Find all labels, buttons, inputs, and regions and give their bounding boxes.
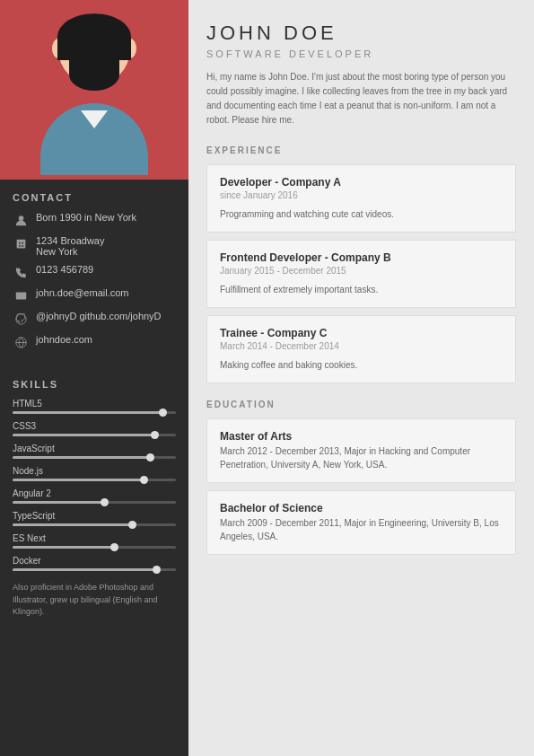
skill-typescript: TypeScript	[13, 511, 176, 526]
svg-rect-3	[22, 242, 23, 243]
building-icon	[13, 235, 29, 251]
collar	[81, 110, 108, 128]
born-text: Born 1990 in New York	[36, 212, 136, 223]
exp-period-2: March 2014 - December 2014	[220, 341, 503, 351]
svg-rect-4	[19, 245, 21, 247]
avatar-section	[0, 0, 188, 180]
skill-bar-docker	[13, 568, 176, 571]
skill-html5: HTML5	[13, 399, 176, 414]
skill-fill-docker	[13, 568, 156, 571]
svg-rect-2	[19, 242, 21, 243]
skill-esnext: ES Next	[13, 533, 176, 549]
edu-desc-1: March 2009 - December 2011, Major in Eng…	[220, 516, 503, 543]
exp-card-0: Developer - Company A since January 2016…	[206, 164, 516, 233]
skill-nodejs: Node.js	[13, 466, 176, 481]
svg-rect-1	[16, 239, 25, 248]
exp-title-2: Trainee - Company C	[220, 327, 503, 339]
sidebar: CONTACT Born 1990 in New York 1234 Broad…	[0, 0, 188, 756]
skill-css3: CSS3	[13, 421, 176, 436]
exp-period-0: since January 2016	[220, 190, 503, 200]
skills-title: SKILLS	[13, 379, 176, 390]
skill-dot-typescript	[128, 521, 136, 529]
person-icon	[13, 212, 29, 228]
beard	[69, 58, 119, 91]
contact-section: CONTACT Born 1990 in New York 1234 Broad…	[0, 180, 188, 366]
exp-card-1: Frontend Developer - Company B January 2…	[206, 240, 516, 308]
skill-label-typescript: TypeScript	[13, 511, 176, 521]
email-icon	[13, 287, 29, 303]
skill-angular: Angular 2	[13, 488, 176, 504]
edu-title-0: Master of Arts	[220, 430, 503, 443]
bio: Hi, my name is John Doe. I'm just about …	[206, 70, 516, 127]
edu-desc-0: March 2012 - December 2013, Major in Hac…	[220, 444, 503, 471]
avatar	[31, 4, 157, 175]
skill-dot-js	[146, 453, 154, 462]
exp-period-1: January 2015 - December 2015	[220, 266, 503, 276]
skill-label-esnext: ES Next	[13, 533, 176, 543]
skill-dot-angular	[101, 498, 109, 506]
skill-dot-css3	[151, 431, 159, 439]
skill-docker: Docker	[13, 556, 176, 571]
github-text: @johnyD github.com/johnyD	[36, 311, 162, 321]
contact-web: johndoe.com	[13, 334, 176, 350]
svg-rect-5	[22, 245, 23, 247]
skill-bar-html5	[13, 411, 176, 414]
skill-fill-html5	[13, 411, 162, 414]
education-section: EDUCATION Master of Arts March 2012 - De…	[206, 400, 516, 555]
exp-title-0: Developer - Company A	[220, 176, 503, 189]
skill-js: JavaScript	[13, 444, 176, 459]
skill-dot-nodejs	[140, 476, 148, 484]
svg-rect-6	[15, 292, 25, 299]
skill-bar-nodejs	[13, 479, 176, 481]
exp-title-1: Frontend Developer - Company B	[220, 251, 503, 264]
web-text: johndoe.com	[36, 334, 92, 345]
exp-desc-1: Fulfillment of extremely important tasks…	[220, 283, 503, 296]
skill-fill-css3	[13, 434, 154, 436]
globe-icon	[13, 334, 29, 350]
skill-label-js: JavaScript	[13, 444, 176, 453]
skill-fill-js	[13, 456, 150, 459]
skill-bar-typescript	[13, 523, 176, 526]
experience-section: EXPERIENCE Developer - Company A since J…	[206, 145, 516, 383]
contact-phone: 0123 456789	[13, 264, 176, 280]
skill-bar-esnext	[13, 546, 176, 549]
skills-section: SKILLS HTML5 CSS3 JavaScript Node.js	[0, 366, 188, 756]
skill-label-html5: HTML5	[13, 399, 176, 409]
skill-label-nodejs: Node.js	[13, 466, 176, 476]
skill-dot-docker	[153, 566, 161, 574]
main-content: JOHN DOE SOFTWARE DEVELOPER Hi, my name …	[188, 0, 534, 756]
skill-bar-css3	[13, 434, 176, 436]
exp-desc-2: Making coffee and baking cookies.	[220, 358, 503, 372]
svg-point-0	[18, 215, 23, 221]
experience-title: EXPERIENCE	[206, 145, 516, 155]
exp-desc-0: Programming and watching cute cat videos…	[220, 207, 503, 221]
contact-github: @johnyD github.com/johnyD	[13, 311, 176, 327]
phone-text: 0123 456789	[36, 264, 93, 275]
skill-fill-angular	[13, 501, 104, 504]
phone-icon	[13, 264, 29, 280]
hair	[57, 13, 131, 60]
proficient-text: Also proficient in Adobe Photoshop and I…	[13, 582, 176, 619]
skill-fill-esnext	[13, 546, 114, 549]
skill-label-docker: Docker	[13, 556, 176, 566]
edu-card-1: Bachelor of Science March 2009 - Decembe…	[206, 490, 516, 555]
edu-title-1: Bachelor of Science	[220, 502, 503, 514]
exp-card-2: Trainee - Company C March 2014 - Decembe…	[206, 315, 516, 383]
skill-label-css3: CSS3	[13, 421, 176, 431]
job-title: SOFTWARE DEVELOPER	[206, 48, 516, 59]
skill-dot-esnext	[110, 543, 118, 551]
skill-dot-html5	[159, 409, 167, 417]
skill-bar-js	[13, 456, 176, 459]
education-title: EDUCATION	[206, 400, 516, 409]
address-text: 1234 BroadwayNew York	[36, 235, 104, 257]
body-shirt	[40, 103, 148, 175]
contact-title: CONTACT	[13, 192, 176, 203]
skill-fill-typescript	[13, 523, 132, 526]
github-icon	[13, 311, 29, 327]
contact-address: 1234 BroadwayNew York	[13, 235, 176, 257]
full-name: JOHN DOE	[206, 22, 516, 45]
skill-label-angular: Angular 2	[13, 488, 176, 498]
contact-born: Born 1990 in New York	[13, 212, 176, 228]
contact-email: john.doe@email.com	[13, 287, 176, 303]
skill-bar-angular	[13, 501, 176, 504]
